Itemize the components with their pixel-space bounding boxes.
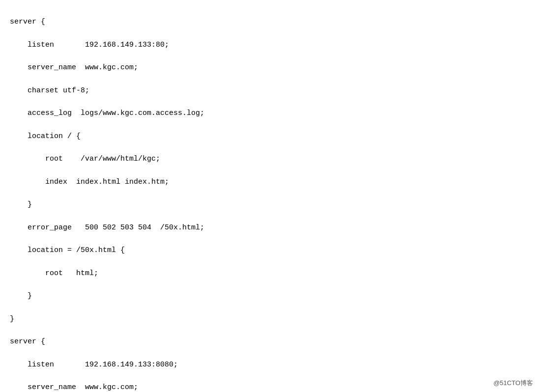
code-line-2: listen 192.168.149.133:80;: [10, 41, 169, 49]
code-line-10: error_page 500 502 503 504 /50x.html;: [10, 224, 204, 232]
code-line-5: access_log logs/www.kgc.com.access.log;: [10, 109, 204, 117]
code-line-11: location = /50x.html {: [10, 246, 125, 254]
code-line-8: index index.html index.htm;: [10, 178, 169, 186]
code-line-7: root /var/www/html/kgc;: [10, 155, 160, 163]
code-line-1: server {: [10, 18, 45, 26]
code-block: server { listen 192.168.149.133:80; serv…: [0, 0, 538, 392]
code-line-16: listen 192.168.149.133:8080;: [10, 361, 178, 369]
code-line-3: server_name www.kgc.com;: [10, 63, 138, 72]
code-line-9: }: [10, 200, 32, 209]
code-line-14: }: [10, 315, 14, 323]
code-line-12: root html;: [10, 269, 98, 278]
code-line-17: server_name www.kgc.com;: [10, 383, 138, 392]
code-line-15: server {: [10, 337, 45, 346]
code-line-6: location / {: [10, 132, 81, 140]
code-line-4: charset utf-8;: [10, 86, 89, 95]
watermark-text: @51CTO博客: [493, 378, 533, 388]
code-line-13: }: [10, 292, 32, 300]
